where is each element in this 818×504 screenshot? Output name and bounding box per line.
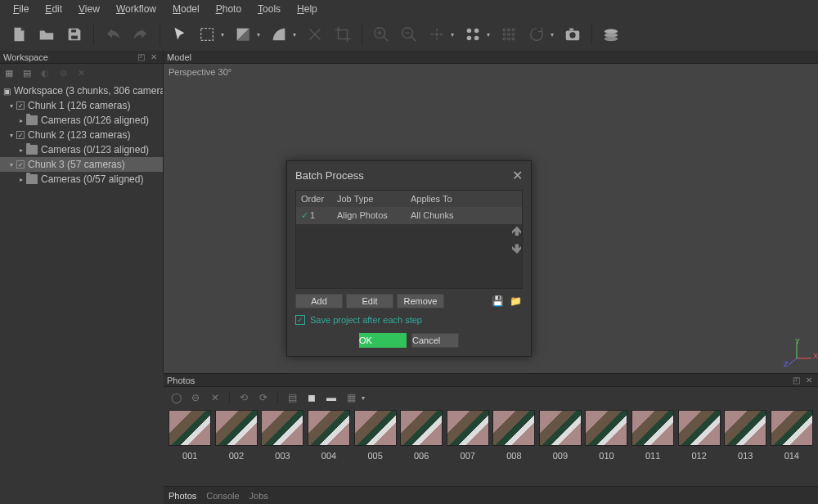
pointer-icon[interactable] bbox=[167, 22, 191, 47]
detach-panel-icon[interactable]: ◰ bbox=[790, 375, 802, 386]
cancel-button[interactable]: Cancel bbox=[411, 333, 459, 348]
menu-help[interactable]: Help bbox=[289, 1, 326, 17]
dropdown-arrow-icon[interactable]: ▾ bbox=[451, 31, 454, 38]
ws-enable-icon[interactable]: ◐ bbox=[38, 65, 52, 80]
rotate-right-icon[interactable]: ⟳ bbox=[256, 390, 271, 405]
expand-icon[interactable]: ▸ bbox=[16, 176, 26, 183]
ws-disable-icon[interactable]: ⊖ bbox=[56, 65, 70, 80]
save-icon[interactable] bbox=[62, 22, 87, 47]
tree-root[interactable]: ▣ Workspace (3 chunks, 306 cameras) bbox=[0, 83, 163, 98]
detach-panel-icon[interactable]: ◰ bbox=[135, 52, 146, 63]
ws-remove-icon[interactable]: ✕ bbox=[74, 65, 88, 80]
menu-tools[interactable]: Tools bbox=[249, 1, 289, 17]
crop-icon[interactable] bbox=[330, 22, 355, 47]
fit-view-icon[interactable] bbox=[425, 22, 449, 47]
dropdown-arrow-icon[interactable]: ▾ bbox=[487, 31, 490, 38]
chunk-checkbox[interactable] bbox=[16, 131, 25, 139]
dialog-close-icon[interactable]: ✕ bbox=[512, 168, 523, 183]
shape-tool-icon[interactable] bbox=[267, 22, 291, 47]
photo-thumbnail[interactable]: 004 bbox=[308, 410, 351, 484]
photo-thumbnail[interactable]: 014 bbox=[771, 410, 814, 484]
grid-dots-icon[interactable] bbox=[461, 22, 485, 47]
photo-thumbnail[interactable]: 011 bbox=[631, 410, 675, 484]
dropdown-arrow-icon[interactable]: ▾ bbox=[293, 31, 296, 38]
photo-thumbnail[interactable]: 007 bbox=[446, 410, 489, 484]
collapse-icon[interactable]: ▾ bbox=[7, 132, 16, 139]
move-up-icon[interactable]: 🡹 bbox=[511, 225, 523, 238]
dropdown-arrow-icon[interactable]: ▾ bbox=[257, 31, 260, 38]
photo-thumbnail[interactable]: 002 bbox=[215, 410, 258, 484]
photo-thumbnail[interactable]: 005 bbox=[353, 410, 397, 484]
move-down-icon[interactable]: 🡻 bbox=[511, 243, 523, 256]
dropdown-arrow-icon[interactable]: ▾ bbox=[221, 31, 224, 38]
ws-add2-icon[interactable]: ▤ bbox=[20, 65, 34, 80]
save-after-step-checkbox[interactable]: ✓ Save project after each step bbox=[295, 315, 523, 325]
menu-edit[interactable]: Edit bbox=[37, 1, 70, 17]
photo-thumbnail[interactable]: 012 bbox=[677, 410, 721, 484]
photo-thumbnail[interactable]: 001 bbox=[169, 410, 212, 484]
open-folder-icon[interactable] bbox=[34, 22, 59, 47]
photo-thumbnail[interactable]: 008 bbox=[492, 410, 536, 484]
menu-photo[interactable]: Photo bbox=[208, 1, 249, 17]
thumbnail-label: 006 bbox=[414, 451, 429, 461]
undo-icon[interactable] bbox=[101, 22, 125, 47]
remove-photo-icon[interactable]: ✕ bbox=[208, 390, 222, 405]
refresh-icon[interactable] bbox=[524, 22, 549, 47]
new-file-icon[interactable] bbox=[7, 22, 31, 47]
tree-chunk-selected[interactable]: ▾ Chunk 3 (57 cameras) bbox=[0, 157, 163, 172]
gradient-tool-icon[interactable] bbox=[231, 22, 255, 47]
grid-small-icon[interactable] bbox=[497, 22, 521, 47]
ok-button[interactable]: OK bbox=[359, 333, 407, 348]
tab-console[interactable]: Console bbox=[206, 491, 239, 501]
view-grid-icon[interactable]: ▦ bbox=[344, 390, 358, 405]
tree-cameras[interactable]: ▸ Cameras (0/123 aligned) bbox=[0, 142, 163, 157]
marquee-select-icon[interactable] bbox=[195, 22, 219, 47]
workspace-title-bar: Workspace ◰ ✕ bbox=[0, 51, 163, 64]
edit-button[interactable]: Edit bbox=[346, 294, 393, 308]
zoom-in-icon[interactable] bbox=[369, 22, 393, 47]
tree-cameras[interactable]: ▸ Cameras (0/126 aligned) bbox=[0, 113, 163, 128]
zoom-out-icon[interactable] bbox=[397, 22, 421, 47]
add-button[interactable]: Add bbox=[295, 294, 343, 308]
photo-thumbnail[interactable]: 006 bbox=[400, 410, 443, 484]
dropdown-arrow-icon[interactable]: ▾ bbox=[551, 31, 554, 38]
photo-thumbnail[interactable]: 003 bbox=[261, 410, 304, 484]
chunk-checkbox[interactable] bbox=[16, 160, 25, 169]
photo-thumbnail[interactable]: 013 bbox=[724, 410, 767, 484]
expand-icon[interactable]: ▸ bbox=[16, 117, 26, 124]
close-panel-icon[interactable]: ✕ bbox=[148, 52, 160, 63]
menu-file[interactable]: File bbox=[5, 1, 37, 17]
menu-workflow[interactable]: Workflow bbox=[108, 1, 164, 17]
view-details-icon[interactable]: ▤ bbox=[285, 390, 299, 405]
collapse-icon[interactable]: ▾ bbox=[7, 161, 16, 169]
remove-button[interactable]: Remove bbox=[397, 294, 444, 308]
menu-view[interactable]: View bbox=[70, 1, 108, 17]
photo-thumbnail[interactable]: 010 bbox=[585, 410, 628, 484]
close-tool-icon[interactable] bbox=[303, 22, 327, 47]
view-small-icon[interactable]: ◼ bbox=[304, 390, 319, 405]
photo-thumbnail[interactable]: 009 bbox=[539, 410, 582, 484]
layers-icon[interactable] bbox=[599, 22, 623, 47]
rotate-left-icon[interactable]: ⟲ bbox=[236, 390, 251, 405]
tree-chunk[interactable]: ▾ Chunk 2 (123 cameras) bbox=[0, 128, 163, 142]
tab-jobs[interactable]: Jobs bbox=[249, 491, 268, 501]
redo-icon[interactable] bbox=[128, 22, 153, 47]
close-panel-icon[interactable]: ✕ bbox=[803, 375, 815, 386]
save-preset-icon[interactable]: 💾 bbox=[490, 295, 505, 307]
batch-job-row[interactable]: ✓1 Align Photos All Chunks bbox=[296, 207, 522, 224]
expand-icon[interactable]: ▸ bbox=[16, 146, 26, 154]
view-large-icon[interactable]: ▬ bbox=[324, 390, 339, 405]
disable-photo-icon[interactable]: ⊖ bbox=[188, 390, 203, 405]
tree-chunk[interactable]: ▾ Chunk 1 (126 cameras) bbox=[0, 98, 163, 113]
collapse-icon[interactable]: ▾ bbox=[7, 102, 16, 110]
tree-cameras[interactable]: ▸ Cameras (0/57 aligned) bbox=[0, 172, 163, 187]
dropdown-arrow-icon[interactable]: ▾ bbox=[362, 394, 365, 402]
ws-add-icon[interactable]: ▦ bbox=[2, 65, 16, 80]
camera-icon[interactable] bbox=[560, 22, 585, 47]
chunk-checkbox[interactable] bbox=[16, 101, 25, 110]
svg-point-25 bbox=[605, 37, 618, 42]
tab-photos[interactable]: Photos bbox=[169, 491, 196, 501]
load-preset-icon[interactable]: 📁 bbox=[508, 295, 523, 307]
enable-photo-icon[interactable]: ◯ bbox=[169, 390, 183, 405]
menu-model[interactable]: Model bbox=[164, 1, 208, 17]
